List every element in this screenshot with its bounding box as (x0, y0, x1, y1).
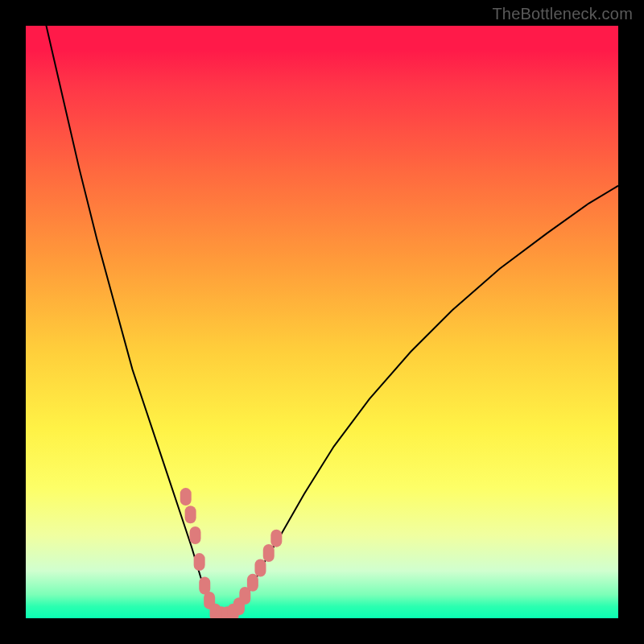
bottleneck-curve (26, 26, 618, 615)
curve-marker (270, 530, 282, 547)
curve-marker (254, 559, 266, 576)
curve-markers (180, 488, 283, 618)
chart-svg (26, 26, 618, 618)
chart-frame: TheBottleneck.com (0, 0, 644, 644)
curve-marker (180, 488, 192, 506)
curve-marker (194, 553, 205, 571)
curve-marker (185, 506, 196, 523)
plot-area (26, 26, 618, 618)
curve-marker (190, 526, 201, 544)
curve-marker (263, 544, 275, 562)
watermark-text: TheBottleneck.com (492, 5, 633, 23)
curve-marker (247, 574, 258, 592)
